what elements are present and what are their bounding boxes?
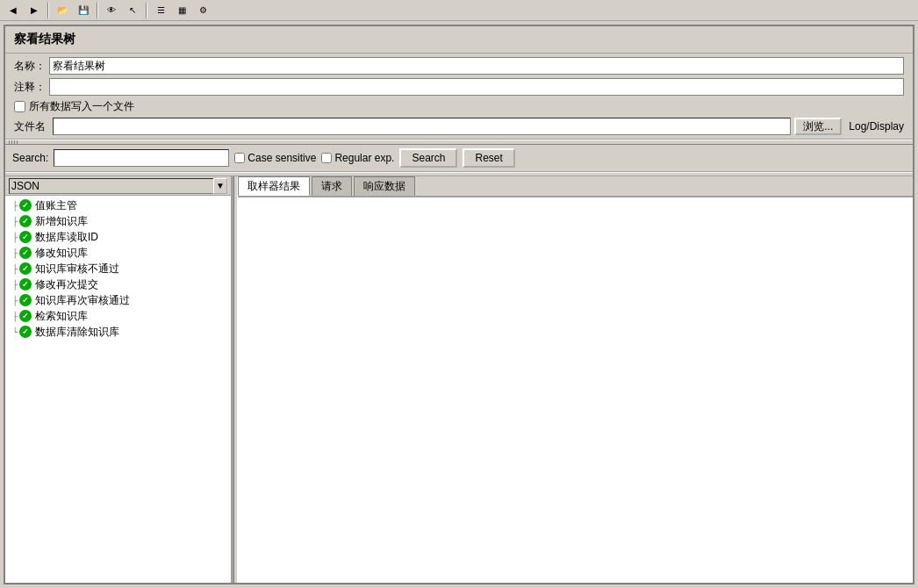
tree-item[interactable]: ├数据库读取ID: [5, 229, 231, 245]
toolbar-separator-1: [47, 3, 49, 18]
browse-button[interactable]: 浏览...: [794, 118, 842, 135]
tab-response[interactable]: 响应数据: [354, 176, 415, 196]
form-area: 名称： 注释： 所有数据写入一个文件 文件名 浏览... Log/Display: [5, 54, 913, 140]
search-button[interactable]: Search: [399, 148, 457, 168]
tree-connector-icon: ├: [12, 312, 18, 321]
file-section-label: 所有数据写入一个文件: [29, 99, 134, 114]
tree-connector-icon: ├: [12, 296, 18, 305]
settings-button[interactable]: ⚙: [193, 2, 212, 19]
save-button[interactable]: 💾: [74, 2, 93, 19]
case-sensitive-checkbox[interactable]: [234, 153, 245, 163]
status-check-icon: [19, 262, 32, 275]
tree-item[interactable]: ├修改知识库: [5, 245, 231, 261]
tree-connector-icon: ├: [12, 264, 18, 274]
tab-content: [238, 197, 913, 583]
case-sensitive-label: Case sensitive: [234, 152, 316, 164]
view-button[interactable]: 👁: [102, 2, 121, 19]
status-check-icon: [19, 247, 32, 259]
search-input[interactable]: [54, 149, 229, 167]
file-input[interactable]: [53, 118, 791, 135]
tab-results[interactable]: 取样器结果: [238, 176, 310, 196]
title-bar: 察看结果树: [5, 26, 913, 54]
tree-item-label: 知识库审核不通过: [35, 262, 119, 276]
file-section: 所有数据写入一个文件: [14, 99, 904, 114]
comment-label: 注释：: [14, 80, 49, 95]
tree-item[interactable]: ├值账主管: [5, 197, 231, 213]
left-panel: JSON ▼ ├值账主管├新增知识库├数据库读取ID├修改知识库├知识库审核不通…: [5, 176, 233, 583]
json-selector[interactable]: JSON: [9, 178, 214, 194]
toolbar-separator-3: [146, 3, 147, 18]
grid-button[interactable]: ▦: [172, 2, 191, 19]
name-label: 名称：: [14, 59, 49, 74]
tree-item[interactable]: ├知识库审核不通过: [5, 261, 231, 276]
forward-button[interactable]: ▶: [25, 2, 44, 19]
search-label: Search:: [12, 152, 48, 164]
tree-connector-icon: └: [12, 327, 18, 337]
regular-exp-text: Regular exp.: [334, 152, 394, 164]
cursor-button[interactable]: ↖: [123, 2, 142, 19]
right-panel: 取样器结果请求响应数据: [238, 176, 913, 583]
tree-item-label: 知识库再次审核通过: [35, 293, 130, 308]
content-area: JSON ▼ ├值账主管├新增知识库├数据库读取ID├修改知识库├知识库审核不通…: [5, 172, 913, 583]
tree-connector-icon: ├: [12, 280, 18, 290]
status-check-icon: [19, 294, 32, 306]
tree-item-label: 修改知识库: [35, 246, 88, 261]
window-title: 察看结果树: [14, 32, 904, 47]
tree-item-label: 数据库读取ID: [35, 230, 98, 245]
comment-input[interactable]: [49, 78, 904, 96]
status-check-icon: [19, 310, 32, 322]
dropdown-arrow[interactable]: ▼: [213, 178, 227, 194]
name-input[interactable]: [49, 57, 904, 75]
file-row: 文件名 浏览... Log/Display: [14, 118, 904, 135]
tree-connector-icon: ├: [12, 248, 18, 258]
toolbar-separator-2: [97, 3, 98, 18]
tree-item-label: 值账主管: [35, 198, 77, 213]
status-check-icon: [19, 326, 32, 338]
list-button[interactable]: ☰: [151, 2, 170, 19]
tree-connector-icon: ├: [12, 233, 18, 242]
status-check-icon: [19, 199, 32, 212]
tree-item[interactable]: ├修改再次提交: [5, 276, 231, 292]
status-check-icon: [19, 278, 32, 290]
tree-item[interactable]: └数据库清除知识库: [5, 324, 231, 340]
main-container: 察看结果树 名称： 注释： 所有数据写入一个文件 文件名 浏览... Log/D…: [4, 25, 914, 584]
status-check-icon: [19, 231, 32, 243]
back-button[interactable]: ◀: [4, 2, 23, 19]
regular-exp-checkbox[interactable]: [321, 153, 332, 163]
open-button[interactable]: 📂: [53, 2, 72, 19]
toolbar: ◀ ▶ 📂 💾 👁 ↖ ☰ ▦ ⚙: [0, 0, 918, 21]
reset-button[interactable]: Reset: [463, 148, 514, 168]
tabs-bar: 取样器结果请求响应数据: [238, 176, 913, 197]
tree-item-label: 修改再次提交: [35, 277, 98, 292]
log-display-label: Log/Display: [845, 120, 904, 133]
all-data-checkbox[interactable]: [14, 101, 25, 112]
tree-item-label: 新增知识库: [35, 214, 88, 229]
tree-item-label: 数据库清除知识库: [35, 325, 119, 340]
case-sensitive-text: Case sensitive: [247, 152, 316, 164]
tree-item[interactable]: ├检索知识库: [5, 308, 231, 324]
tree-area: ├值账主管├新增知识库├数据库读取ID├修改知识库├知识库审核不通过├修改再次提…: [5, 196, 231, 583]
search-bar: Search: Case sensitive Regular exp. Sear…: [5, 145, 913, 172]
tab-request[interactable]: 请求: [312, 176, 352, 196]
tree-connector-icon: ├: [12, 217, 18, 226]
status-check-icon: [19, 215, 32, 227]
splitter-handle-1: [9, 140, 19, 144]
comment-row: 注释：: [14, 78, 904, 96]
tree-item-label: 检索知识库: [35, 309, 88, 324]
tree-item[interactable]: ├新增知识库: [5, 213, 231, 229]
regular-exp-label: Regular exp.: [321, 152, 394, 164]
tree-connector-icon: ├: [12, 201, 18, 211]
left-panel-header: JSON ▼: [5, 176, 231, 196]
name-row: 名称：: [14, 57, 904, 75]
file-label: 文件名: [14, 119, 49, 134]
tree-item[interactable]: ├知识库再次审核通过: [5, 292, 231, 308]
panels-container: JSON ▼ ├值账主管├新增知识库├数据库读取ID├修改知识库├知识库审核不通…: [5, 176, 913, 583]
